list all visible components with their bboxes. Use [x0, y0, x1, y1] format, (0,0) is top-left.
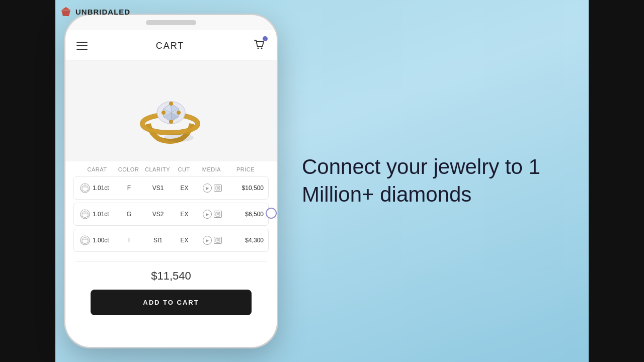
- tagline-text: Connect your jewelry to 1 Million+ diamo…: [302, 153, 543, 208]
- bottom-area: $11,540 ADD TO CART: [65, 255, 277, 325]
- col-color: COLOR: [115, 166, 142, 172]
- svg-point-13: [169, 102, 173, 106]
- logo-icon: [60, 6, 71, 17]
- carat-cell-3: 1.00ct: [80, 235, 115, 245]
- right-decorative-bar: [589, 0, 644, 362]
- carat-cell-1: 1.01ct: [80, 183, 115, 193]
- cert-icon-3[interactable]: [214, 237, 222, 244]
- cart-icon-button[interactable]: [253, 38, 266, 53]
- cut-value-3: EX: [173, 237, 196, 244]
- carat-value-3: 1.00ct: [93, 237, 109, 244]
- menu-line-3: [76, 49, 88, 50]
- total-price: $11,540: [75, 269, 267, 283]
- col-carat: CARAT: [79, 166, 115, 172]
- video-icon-3[interactable]: ▶: [203, 236, 212, 245]
- diamond-table-wrapper: CARAT COLOR CLARITY CUT MEDIA PRICE: [65, 161, 277, 255]
- svg-point-3: [258, 48, 259, 49]
- logo: UNBRIDALED: [60, 6, 130, 17]
- svg-rect-22: [216, 186, 220, 190]
- menu-line-2: [76, 45, 88, 46]
- clarity-value-3: SI1: [143, 237, 173, 244]
- svg-point-4: [261, 48, 263, 49]
- diamond-small-icon-1: [80, 183, 90, 193]
- media-icons-1: ▶: [196, 184, 228, 193]
- phone-mockup: CART: [65, 15, 277, 347]
- main-content: CART: [55, 0, 589, 362]
- cut-value-2: EX: [173, 211, 196, 218]
- col-clarity: CLARITY: [142, 166, 173, 172]
- notch-pill: [146, 20, 196, 25]
- svg-point-17: [164, 134, 194, 142]
- menu-button[interactable]: [76, 42, 88, 50]
- price-value-2: $6,500: [228, 211, 264, 218]
- cert-icon-1[interactable]: [214, 185, 222, 192]
- carat-cell-2: 1.01ct: [80, 209, 115, 219]
- carat-value-1: 1.01ct: [93, 185, 109, 192]
- ring-svg: [131, 78, 211, 144]
- carat-value-2: 1.01ct: [93, 211, 109, 218]
- ring-image-area: [65, 61, 277, 161]
- logo-text: UNBRIDALED: [75, 8, 130, 16]
- svg-rect-36: [216, 238, 220, 242]
- phone-frame: CART: [65, 15, 277, 347]
- diamond-small-icon-3: [80, 235, 90, 245]
- clarity-value-2: VS2: [143, 211, 173, 218]
- clarity-value-1: VS1: [143, 185, 173, 192]
- svg-rect-29: [216, 212, 220, 216]
- table-header: CARAT COLOR CLARITY CUT MEDIA PRICE: [73, 161, 269, 176]
- cert-icon-2[interactable]: [214, 211, 222, 218]
- left-decorative-bar: [0, 0, 55, 362]
- phone-notch: [65, 15, 277, 30]
- cart-badge: [263, 36, 268, 41]
- video-icon-2[interactable]: ▶: [203, 210, 212, 219]
- cut-value-1: EX: [173, 185, 196, 192]
- color-value-1: F: [115, 185, 143, 192]
- col-cut: CUT: [173, 166, 195, 172]
- page-title: CART: [156, 41, 185, 51]
- price-value-3: $4,300: [228, 237, 264, 244]
- scroll-indicator: [266, 208, 277, 219]
- svg-point-16: [162, 111, 166, 115]
- table-row[interactable]: 1.01ct G VS2 EX ▶: [73, 203, 269, 226]
- color-value-3: I: [115, 237, 143, 244]
- menu-line-1: [76, 42, 88, 43]
- media-icons-2: ▶: [196, 210, 228, 219]
- video-icon-1[interactable]: ▶: [203, 184, 212, 193]
- ring-image: [131, 78, 211, 144]
- table-row[interactable]: 1.00ct I SI1 EX ▶: [73, 229, 269, 252]
- add-to-cart-button[interactable]: ADD TO CART: [91, 290, 252, 315]
- col-price: PRICE: [228, 166, 263, 172]
- phone-header: CART: [65, 30, 277, 61]
- diamond-small-icon-2: [80, 209, 90, 219]
- table-row[interactable]: 1.01ct F VS1 EX ▶: [73, 176, 269, 200]
- media-icons-3: ▶: [196, 236, 228, 245]
- col-media: MEDIA: [195, 166, 228, 172]
- price-value-1: $10,500: [228, 185, 264, 192]
- divider: [75, 261, 267, 261]
- color-value-2: G: [115, 211, 143, 218]
- svg-point-14: [177, 111, 181, 115]
- right-panel: Connect your jewelry to 1 Million+ diamo…: [277, 133, 569, 228]
- phone-screen: CART: [65, 30, 277, 347]
- svg-point-15: [169, 120, 173, 124]
